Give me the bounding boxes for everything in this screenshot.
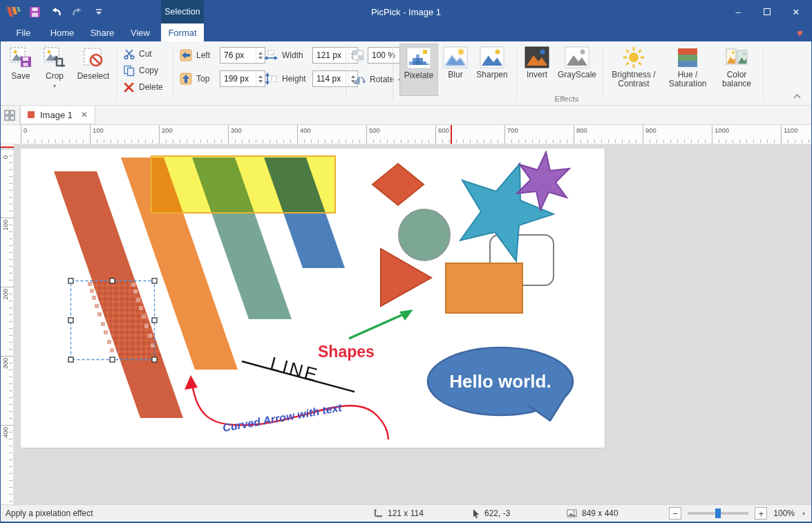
- image-canvas[interactable]: Shapes LINE Curved Arrow with text Hello…: [21, 149, 605, 448]
- width-label: Width: [282, 50, 308, 60]
- invert-icon: [525, 46, 549, 68]
- invert-button[interactable]: Invert: [521, 44, 553, 96]
- width-spinner[interactable]: 121 px: [312, 47, 358, 64]
- zoom-in-button[interactable]: +: [755, 507, 767, 520]
- width-value[interactable]: 121 px: [313, 50, 348, 60]
- left-spinner[interactable]: 76 px: [220, 47, 265, 64]
- ribbon: Save Crop ▾ Deselect Cut Copy Delete: [0, 41, 812, 106]
- grayscale-button[interactable]: GrayScale: [556, 44, 598, 96]
- work-area: 0100200300400: [0, 144, 812, 504]
- orange-rectangle-shape: [446, 263, 522, 313]
- ribbon-separator: [173, 46, 173, 99]
- sharpen-icon: [480, 46, 504, 68]
- ribbon-separator: [603, 46, 603, 99]
- ruler-v-label: 300: [0, 356, 14, 383]
- curved-arrow-head: [185, 375, 198, 390]
- blur-button[interactable]: Blur: [441, 44, 470, 96]
- ruler-h-label: 1100: [781, 125, 797, 144]
- status-hint-text: Apply a pixelation effect: [6, 508, 93, 518]
- minimize-button[interactable]: –: [724, 0, 753, 23]
- ruler-h-label: 600: [435, 125, 449, 144]
- collapse-ribbon-icon[interactable]: [793, 91, 801, 101]
- zoom-out-button[interactable]: −: [669, 507, 681, 520]
- ruler-h-label: 400: [297, 125, 311, 144]
- cut-button[interactable]: Cut: [123, 46, 152, 61]
- window-layout-icon[interactable]: [0, 106, 20, 124]
- crop-button[interactable]: Crop ▾: [39, 44, 70, 96]
- quick-access-toolbar: [6, 0, 106, 23]
- status-bar: Apply a pixelation effect 121 x 114 622,…: [0, 504, 812, 522]
- zoom-caret-icon[interactable]: ▾: [802, 511, 805, 517]
- ruler-h-label: 1000: [712, 125, 729, 144]
- top-spinner[interactable]: 199 px: [220, 70, 265, 87]
- pixelate-label: Pixelate: [404, 71, 434, 80]
- tab-view[interactable]: View: [124, 23, 156, 41]
- tab-format[interactable]: Format: [161, 23, 204, 41]
- ruler-v-label: 100: [0, 218, 14, 245]
- canvas-art: Shapes LINE Curved Arrow with text Hello…: [21, 149, 605, 448]
- save-quick-icon[interactable]: [27, 4, 42, 19]
- ruler-h-label: 500: [366, 125, 380, 144]
- height-icon: [264, 73, 278, 85]
- left-value[interactable]: 76 px: [220, 50, 256, 60]
- hue-saturation-icon: [676, 46, 699, 68]
- brightness-contrast-button[interactable]: Brightness / Contrast: [608, 44, 659, 96]
- rotate-button[interactable]: Rotate ▾: [352, 72, 401, 87]
- top-value[interactable]: 199 px: [220, 74, 256, 84]
- save-label: Save: [11, 72, 30, 81]
- top-field-row: Top 199 px: [180, 71, 265, 86]
- window-border-left: [0, 0, 1, 523]
- tab-share[interactable]: Share: [84, 23, 120, 41]
- color-balance-label: Color balance: [716, 70, 757, 88]
- cut-label: Cut: [139, 49, 152, 59]
- contextual-tab-selection: Selection: [161, 0, 204, 23]
- height-field-row: Height 114 px: [264, 71, 358, 86]
- blur-label: Blur: [448, 70, 462, 79]
- left-label: Left: [196, 50, 216, 60]
- tab-close-icon[interactable]: ✕: [81, 110, 88, 120]
- ruler-v-label: 0: [0, 149, 14, 176]
- sharpen-button[interactable]: Sharpen: [473, 44, 511, 96]
- crop-label: Crop: [46, 72, 64, 81]
- hue-saturation-button[interactable]: Hue / Saturation: [662, 44, 713, 96]
- ruler-h-label: 900: [643, 125, 657, 144]
- color-balance-button[interactable]: Color balance: [716, 44, 757, 96]
- document-icon: [28, 111, 35, 118]
- circle-shape: [399, 209, 450, 260]
- tab-home[interactable]: Home: [44, 23, 80, 41]
- redo-icon[interactable]: [70, 4, 85, 19]
- deselect-button[interactable]: Deselect: [73, 44, 113, 96]
- zoom-controls: − + 100% ▾: [669, 505, 805, 522]
- window-title: PicPick - Image 1: [207, 0, 605, 23]
- heart-icon[interactable]: ♥: [797, 23, 803, 41]
- height-value[interactable]: 114 px: [313, 74, 348, 84]
- undo-icon[interactable]: [48, 4, 64, 19]
- height-spinner[interactable]: 114 px: [312, 70, 358, 87]
- ruler-v-cursor-marker: [0, 146, 14, 148]
- width-icon: [264, 50, 278, 61]
- zoom-level[interactable]: 100%: [773, 508, 795, 518]
- zoom-slider[interactable]: [688, 512, 748, 515]
- pixelate-button[interactable]: Pixelate: [399, 44, 438, 96]
- scale-value[interactable]: 100 %: [368, 50, 402, 60]
- zoom-slider-thumb[interactable]: [715, 508, 721, 518]
- document-tab-image1[interactable]: Image 1 ✕: [20, 106, 95, 124]
- document-tab-strip: Image 1 ✕: [0, 106, 812, 125]
- close-button[interactable]: ✕: [782, 0, 811, 23]
- qat-customize-icon[interactable]: [91, 4, 106, 19]
- save-button[interactable]: Save: [4, 44, 37, 96]
- delete-button[interactable]: Delete: [123, 79, 163, 95]
- curved-arrow-text: Curved Arrow with text: [222, 401, 343, 434]
- crop-dropdown-icon[interactable]: ▾: [53, 83, 56, 89]
- status-selection-size: 121 x 114: [373, 505, 424, 522]
- ruler-v: 0100200300400: [0, 144, 14, 504]
- color-balance-icon: [725, 46, 748, 68]
- copy-button[interactable]: Copy: [123, 63, 158, 78]
- ribbon-separator: [346, 46, 346, 99]
- tab-file[interactable]: File: [8, 23, 39, 41]
- status-image-size: 849 x 440: [567, 505, 619, 522]
- crop-icon: [43, 46, 66, 70]
- maximize-button[interactable]: [753, 0, 782, 23]
- ruler-h-label: 100: [90, 125, 104, 144]
- ribbon-separator: [763, 46, 764, 99]
